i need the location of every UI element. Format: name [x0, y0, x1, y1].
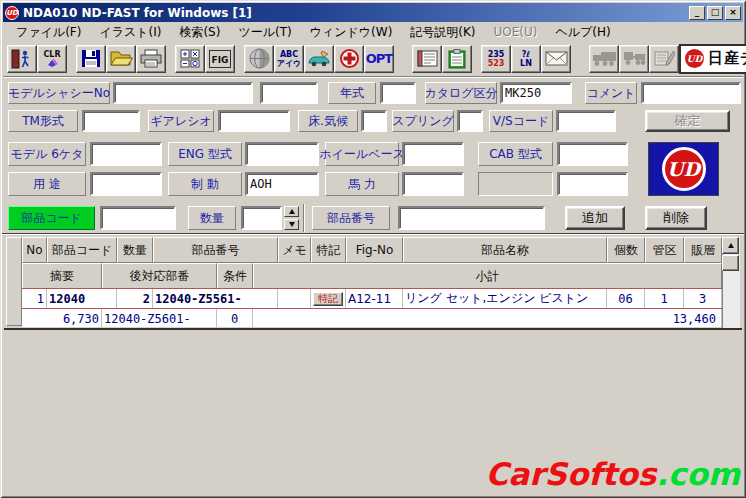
- clear-button[interactable]: CLR: [37, 45, 67, 73]
- qty-spin-down[interactable]: [284, 219, 299, 230]
- col-header-part-code: 部品コード: [47, 237, 117, 263]
- cell-fig-no[interactable]: A12-11: [346, 289, 403, 308]
- floor-climate-label: 床.気候: [298, 110, 358, 132]
- scroll-up-button[interactable]: [722, 237, 739, 254]
- cell-memo[interactable]: [278, 289, 311, 308]
- number-convert-button[interactable]: 235 523: [481, 45, 511, 73]
- menu-help[interactable]: ヘルプ(H): [547, 22, 620, 43]
- eng-type-input[interactable]: [245, 142, 319, 166]
- year-input[interactable]: [380, 82, 416, 104]
- model-6digit-input[interactable]: [90, 142, 162, 166]
- cell-no[interactable]: 1: [22, 289, 47, 308]
- catalog-class-label: カタログ区分: [425, 82, 497, 104]
- maximize-button[interactable]: □: [707, 6, 723, 20]
- cell-kanku[interactable]: 1: [645, 289, 684, 308]
- edit-icon: [654, 50, 675, 67]
- app-ud-icon: UD: [5, 6, 19, 20]
- add-button[interactable]: 追加: [565, 206, 625, 230]
- save-button[interactable]: [76, 45, 106, 73]
- menu-illustration[interactable]: イラスト(I): [90, 22, 170, 43]
- clipboard-icon: [448, 49, 466, 69]
- cell-tekiyo[interactable]: 6,730: [22, 309, 102, 328]
- opt-button[interactable]: OPT: [364, 45, 394, 73]
- exit-button[interactable]: [7, 45, 37, 73]
- row-selector-column[interactable]: [6, 237, 22, 326]
- model-chassis-sub-input[interactable]: [260, 82, 318, 104]
- col-header-later-part: 後対応部番: [102, 263, 217, 289]
- cell-hanso[interactable]: 3: [684, 289, 722, 308]
- model-chassis-label: モデルシャシーNo: [8, 82, 110, 104]
- clear-icon: CLR: [43, 50, 60, 59]
- col-header-condition: 条件: [217, 263, 253, 289]
- usage-label: 用 途: [8, 172, 86, 196]
- globe-icon: [249, 48, 270, 69]
- title-bar: UD NDA010 ND-FAST for Windows [1] _ □ ×: [3, 3, 743, 22]
- delete-button[interactable]: 削除: [645, 206, 707, 230]
- first-aid-button[interactable]: [334, 45, 364, 73]
- spring-input[interactable]: [457, 110, 483, 132]
- part-number-input[interactable]: [398, 206, 545, 230]
- price-calc-button[interactable]: [175, 45, 205, 73]
- spinner-up-icon: [289, 209, 295, 214]
- open-button[interactable]: [106, 45, 136, 73]
- fig-button[interactable]: FIG: [205, 45, 235, 73]
- minimize-button[interactable]: _: [689, 6, 705, 20]
- floor-climate-input[interactable]: [361, 110, 387, 132]
- cell-subtotal[interactable]: 13,460: [253, 309, 722, 328]
- memo-book-button[interactable]: [412, 45, 442, 73]
- wheelbase-input[interactable]: [402, 142, 464, 166]
- globe-button[interactable]: [244, 45, 274, 73]
- menu-search[interactable]: 検索(S): [170, 22, 229, 43]
- tm-type-input[interactable]: [82, 110, 140, 132]
- window-title: NDA010 ND-FAST for Windows [1]: [23, 6, 252, 20]
- opt-icon: OPT: [366, 51, 392, 66]
- save-icon: [81, 49, 101, 68]
- mail-icon: [545, 51, 568, 66]
- cell-qty[interactable]: 2: [117, 289, 153, 308]
- brand-text: 日産ディーゼル: [708, 49, 746, 68]
- menu-tools[interactable]: ツール(T): [229, 22, 300, 43]
- extra-input[interactable]: [557, 172, 628, 196]
- col-header-subtotal: 小計: [253, 263, 722, 289]
- cell-part-name[interactable]: リング セット,エンジン ピストン: [403, 289, 607, 308]
- kana-convert-button[interactable]: ABC アイウ: [274, 45, 304, 73]
- power-label: 馬 力: [325, 172, 399, 196]
- comment-input[interactable]: [641, 82, 741, 104]
- power-input[interactable]: [402, 172, 464, 196]
- part-code-input[interactable]: [100, 206, 176, 230]
- usage-input[interactable]: [90, 172, 162, 196]
- col-header-fig-no: Fig-No: [346, 237, 403, 263]
- qty-spin-up[interactable]: [284, 206, 299, 217]
- menu-file[interactable]: ファイル(F): [7, 22, 90, 43]
- part-code-label: 部品コード: [8, 206, 95, 230]
- cab-type-input[interactable]: [557, 142, 628, 166]
- model-chassis-input[interactable]: [113, 82, 253, 104]
- mail-button[interactable]: [541, 45, 571, 73]
- cell-condition[interactable]: 0: [217, 309, 253, 328]
- brake-input[interactable]: [245, 172, 319, 196]
- trailer-icon: [622, 50, 647, 67]
- entry-divider: [303, 204, 305, 232]
- catalog-class-input[interactable]: [500, 82, 572, 104]
- menu-symbols[interactable]: 記号説明(K): [401, 22, 484, 43]
- print-icon: [140, 49, 162, 68]
- brake-label: 制 動: [168, 172, 242, 196]
- cell-part-code[interactable]: 12040: [47, 289, 117, 308]
- print-button[interactable]: [136, 45, 166, 73]
- scrollbar-thumb[interactable]: [722, 255, 739, 271]
- comment-label: コメント: [585, 82, 637, 104]
- close-button[interactable]: ×: [725, 6, 741, 20]
- clipboard-button[interactable]: [442, 45, 472, 73]
- tokki-button[interactable]: 特記: [313, 292, 343, 306]
- vs-code-input[interactable]: [556, 110, 616, 132]
- illustration-button[interactable]: [304, 45, 334, 73]
- ln-inquiry-button[interactable]: ?ℓ LN: [511, 45, 541, 73]
- menu-window[interactable]: ウィンドウ(W): [301, 22, 402, 43]
- cell-later-part[interactable]: 12040-Z5601-: [102, 309, 217, 328]
- cell-pieces[interactable]: 06: [607, 289, 645, 308]
- cell-part-number[interactable]: 12040-Z5561-: [153, 289, 278, 308]
- qty-input[interactable]: [241, 206, 282, 230]
- gear-ratio-input[interactable]: [218, 110, 290, 132]
- scroll-up-icon: [728, 243, 734, 248]
- menu-uoe: UOE(U): [485, 23, 547, 41]
